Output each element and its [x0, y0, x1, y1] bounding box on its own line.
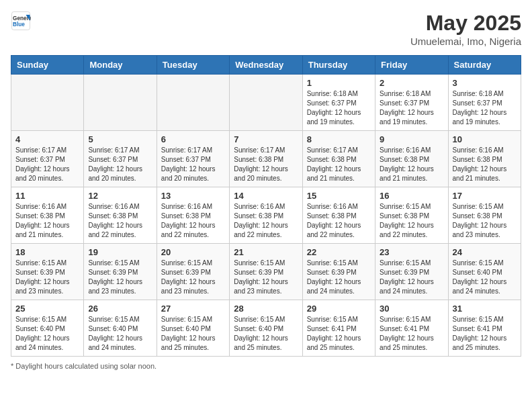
calendar-day-cell: 17Sunrise: 6:15 AM Sunset: 6:38 PM Dayli…	[448, 187, 521, 244]
weekday-header-wednesday: Wednesday	[230, 56, 302, 75]
calendar-day-cell: 20Sunrise: 6:15 AM Sunset: 6:39 PM Dayli…	[157, 244, 229, 300]
day-info: Sunrise: 6:15 AM Sunset: 6:39 PM Dayligh…	[234, 259, 298, 296]
day-number: 7	[234, 134, 298, 144]
calendar-day-cell: 8Sunrise: 6:17 AM Sunset: 6:38 PM Daylig…	[302, 131, 375, 187]
calendar-day-cell: 2Sunrise: 6:18 AM Sunset: 6:37 PM Daylig…	[375, 75, 448, 131]
day-number: 8	[307, 134, 371, 144]
calendar-day-cell: 7Sunrise: 6:17 AM Sunset: 6:38 PM Daylig…	[230, 131, 302, 187]
calendar-week-row: 4Sunrise: 6:17 AM Sunset: 6:37 PM Daylig…	[11, 131, 521, 187]
day-info: Sunrise: 6:15 AM Sunset: 6:39 PM Dayligh…	[380, 259, 443, 296]
calendar-day-cell: 9Sunrise: 6:16 AM Sunset: 6:38 PM Daylig…	[375, 131, 448, 187]
day-info: Sunrise: 6:15 AM Sunset: 6:40 PM Dayligh…	[453, 259, 517, 296]
day-info: Sunrise: 6:15 AM Sunset: 6:40 PM Dayligh…	[15, 315, 79, 353]
day-info: Sunrise: 6:16 AM Sunset: 6:38 PM Dayligh…	[307, 202, 371, 240]
weekday-header-row: SundayMondayTuesdayWednesdayThursdayFrid…	[11, 56, 521, 75]
day-number: 19	[88, 247, 152, 257]
day-number: 2	[380, 78, 443, 88]
weekday-header-sunday: Sunday	[11, 56, 84, 75]
logo-icon: General Blue	[11, 11, 31, 31]
calendar-day-cell: 30Sunrise: 6:15 AM Sunset: 6:41 PM Dayli…	[375, 300, 448, 357]
calendar-week-row: 18Sunrise: 6:15 AM Sunset: 6:39 PM Dayli…	[11, 244, 521, 300]
month-title: May 2025	[410, 11, 521, 36]
page-header: General Blue May 2025 Umuelemai, Imo, Ni…	[11, 11, 521, 47]
calendar-day-cell: 11Sunrise: 6:16 AM Sunset: 6:38 PM Dayli…	[11, 187, 84, 244]
day-number: 26	[88, 304, 152, 314]
calendar-day-cell: 26Sunrise: 6:15 AM Sunset: 6:40 PM Dayli…	[84, 300, 157, 357]
calendar-day-cell: 4Sunrise: 6:17 AM Sunset: 6:37 PM Daylig…	[11, 131, 84, 187]
day-number: 28	[234, 304, 298, 314]
calendar-day-cell: 3Sunrise: 6:18 AM Sunset: 6:37 PM Daylig…	[448, 75, 521, 131]
calendar-day-cell: 21Sunrise: 6:15 AM Sunset: 6:39 PM Dayli…	[230, 244, 302, 300]
calendar-table: SundayMondayTuesdayWednesdayThursdayFrid…	[11, 55, 521, 357]
calendar-week-row: 25Sunrise: 6:15 AM Sunset: 6:40 PM Dayli…	[11, 300, 521, 357]
weekday-header-tuesday: Tuesday	[157, 56, 229, 75]
title-area: May 2025 Umuelemai, Imo, Nigeria	[410, 11, 521, 47]
day-info: Sunrise: 6:15 AM Sunset: 6:41 PM Dayligh…	[380, 315, 443, 353]
day-number: 6	[161, 134, 225, 144]
day-number: 30	[380, 304, 443, 314]
day-info: Sunrise: 6:15 AM Sunset: 6:41 PM Dayligh…	[307, 315, 371, 353]
day-number: 20	[161, 247, 225, 257]
weekday-header-thursday: Thursday	[302, 56, 375, 75]
logo: General Blue	[11, 11, 34, 31]
day-info: Sunrise: 6:18 AM Sunset: 6:37 PM Dayligh…	[453, 89, 517, 127]
day-number: 24	[453, 247, 517, 257]
calendar-day-cell: 25Sunrise: 6:15 AM Sunset: 6:40 PM Dayli…	[11, 300, 84, 357]
calendar-day-cell: 15Sunrise: 6:16 AM Sunset: 6:38 PM Dayli…	[302, 187, 375, 244]
calendar-day-cell: 14Sunrise: 6:16 AM Sunset: 6:38 PM Dayli…	[230, 187, 302, 244]
footer-note-text: Daylight hours	[15, 362, 62, 370]
day-info: Sunrise: 6:17 AM Sunset: 6:37 PM Dayligh…	[161, 146, 225, 183]
calendar-day-cell	[84, 75, 157, 131]
calendar-day-cell: 24Sunrise: 6:15 AM Sunset: 6:40 PM Dayli…	[448, 244, 521, 300]
day-number: 3	[453, 78, 517, 88]
day-info: Sunrise: 6:16 AM Sunset: 6:38 PM Dayligh…	[161, 202, 225, 240]
day-number: 10	[453, 134, 517, 144]
calendar-day-cell: 28Sunrise: 6:15 AM Sunset: 6:40 PM Dayli…	[230, 300, 302, 357]
calendar-day-cell: 22Sunrise: 6:15 AM Sunset: 6:39 PM Dayli…	[302, 244, 375, 300]
day-number: 25	[15, 304, 79, 314]
day-info: Sunrise: 6:15 AM Sunset: 6:40 PM Dayligh…	[234, 315, 298, 353]
day-number: 21	[234, 247, 298, 257]
calendar-day-cell	[230, 75, 302, 131]
day-number: 13	[161, 191, 225, 201]
day-number: 16	[380, 191, 443, 201]
day-info: Sunrise: 6:16 AM Sunset: 6:38 PM Dayligh…	[15, 202, 79, 240]
svg-text:Blue: Blue	[13, 21, 25, 28]
calendar-day-cell: 1Sunrise: 6:18 AM Sunset: 6:37 PM Daylig…	[302, 75, 375, 131]
calendar-day-cell: 12Sunrise: 6:16 AM Sunset: 6:38 PM Dayli…	[84, 187, 157, 244]
day-info: Sunrise: 6:17 AM Sunset: 6:37 PM Dayligh…	[15, 146, 79, 183]
calendar-day-cell: 31Sunrise: 6:15 AM Sunset: 6:41 PM Dayli…	[448, 300, 521, 357]
day-info: Sunrise: 6:16 AM Sunset: 6:38 PM Dayligh…	[380, 146, 443, 183]
calendar-day-cell: 29Sunrise: 6:15 AM Sunset: 6:41 PM Dayli…	[302, 300, 375, 357]
calendar-day-cell: 13Sunrise: 6:16 AM Sunset: 6:38 PM Dayli…	[157, 187, 229, 244]
day-info: Sunrise: 6:15 AM Sunset: 6:39 PM Dayligh…	[161, 259, 225, 296]
day-info: Sunrise: 6:15 AM Sunset: 6:39 PM Dayligh…	[88, 259, 152, 296]
day-number: 12	[88, 191, 152, 201]
calendar-day-cell: 10Sunrise: 6:16 AM Sunset: 6:38 PM Dayli…	[448, 131, 521, 187]
day-info: Sunrise: 6:15 AM Sunset: 6:40 PM Dayligh…	[88, 315, 152, 353]
calendar-day-cell: 16Sunrise: 6:15 AM Sunset: 6:38 PM Dayli…	[375, 187, 448, 244]
day-number: 15	[307, 191, 371, 201]
calendar-day-cell: 18Sunrise: 6:15 AM Sunset: 6:39 PM Dayli…	[11, 244, 84, 300]
day-number: 1	[307, 78, 371, 88]
calendar-week-row: 11Sunrise: 6:16 AM Sunset: 6:38 PM Dayli…	[11, 187, 521, 244]
day-info: Sunrise: 6:17 AM Sunset: 6:38 PM Dayligh…	[234, 146, 298, 183]
calendar-day-cell: 23Sunrise: 6:15 AM Sunset: 6:39 PM Dayli…	[375, 244, 448, 300]
day-info: Sunrise: 6:18 AM Sunset: 6:37 PM Dayligh…	[307, 89, 371, 127]
day-number: 5	[88, 134, 152, 144]
day-info: Sunrise: 6:17 AM Sunset: 6:38 PM Dayligh…	[307, 146, 371, 183]
day-number: 31	[453, 304, 517, 314]
day-number: 11	[15, 191, 79, 201]
calendar-day-cell: 19Sunrise: 6:15 AM Sunset: 6:39 PM Dayli…	[84, 244, 157, 300]
day-number: 22	[307, 247, 371, 257]
day-number: 29	[307, 304, 371, 314]
location-title: Umuelemai, Imo, Nigeria	[410, 36, 521, 47]
calendar-week-row: 1Sunrise: 6:18 AM Sunset: 6:37 PM Daylig…	[11, 75, 521, 131]
day-info: Sunrise: 6:15 AM Sunset: 6:41 PM Dayligh…	[453, 315, 517, 353]
day-number: 18	[15, 247, 79, 257]
weekday-header-saturday: Saturday	[448, 56, 521, 75]
calendar-day-cell	[11, 75, 84, 131]
day-info: Sunrise: 6:16 AM Sunset: 6:38 PM Dayligh…	[88, 202, 152, 240]
day-number: 9	[380, 134, 443, 144]
day-info: Sunrise: 6:15 AM Sunset: 6:38 PM Dayligh…	[453, 202, 517, 240]
